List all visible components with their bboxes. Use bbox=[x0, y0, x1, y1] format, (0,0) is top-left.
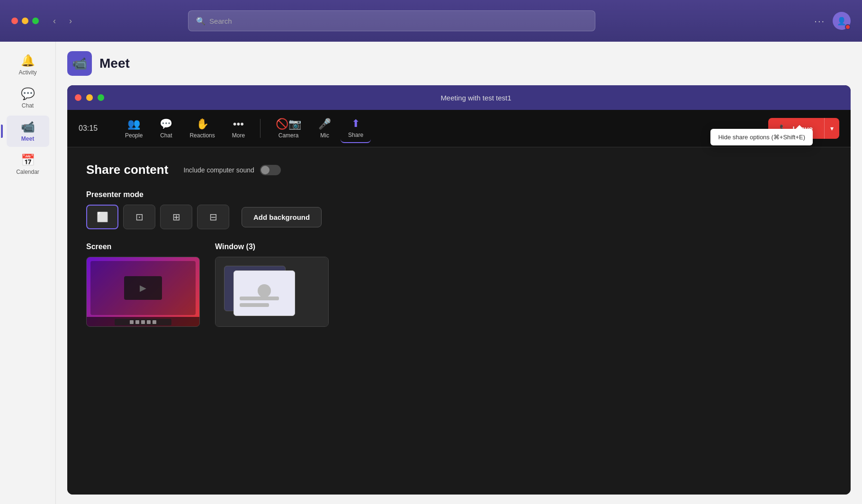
close-button[interactable] bbox=[11, 18, 18, 24]
sidebar-item-activity[interactable]: 🔔 Activity bbox=[7, 49, 49, 81]
side-icon: ⊡ bbox=[135, 211, 144, 223]
reactions-icon: ✋ bbox=[196, 118, 209, 130]
sidebar-item-chat-label: Chat bbox=[22, 102, 34, 109]
nav-forward-button[interactable]: › bbox=[66, 14, 75, 28]
sound-label: Include computer sound bbox=[183, 166, 254, 174]
mic-button[interactable]: 🎤 Mic bbox=[311, 114, 339, 143]
presenter-mode-section: Presenter mode ⬜ ⊡ ⊞ ⊟ bbox=[86, 190, 832, 229]
sidebar-item-meet-label: Meet bbox=[21, 135, 34, 142]
meeting-title: Meeting with test test1 bbox=[109, 94, 843, 102]
screen-only-icon: ⬜ bbox=[97, 211, 108, 223]
chat-icon-ctrl: 💬 bbox=[160, 118, 172, 130]
window-card-line bbox=[240, 297, 279, 300]
controls-left: 👥 People 💬 Chat ✋ Reactions ••• More bbox=[117, 114, 252, 143]
main-content: 📹 Meet Meeting with test test1 03:15 👥 P… bbox=[56, 42, 862, 504]
meet-icon: 📹 bbox=[21, 120, 35, 134]
share-tooltip: Hide share options (⌘+Shift+E) bbox=[710, 129, 813, 145]
controls-right: 🚫📷 Camera 🎤 Mic ⬆ Share bbox=[268, 114, 371, 143]
presenter-mode-label: Presenter mode bbox=[86, 190, 832, 199]
mic-label: Mic bbox=[320, 132, 329, 139]
maximize-button[interactable] bbox=[32, 18, 39, 24]
minimize-button[interactable] bbox=[22, 18, 28, 24]
window-card-front bbox=[233, 270, 295, 316]
camera-button[interactable]: 🚫📷 Camera bbox=[268, 114, 309, 143]
more-icon: ••• bbox=[233, 118, 244, 130]
window-label: Window (3) bbox=[215, 243, 329, 251]
presenter-option-corner[interactable]: ⊟ bbox=[197, 205, 229, 229]
sidebar-item-chat[interactable]: 💬 Chat bbox=[7, 82, 49, 114]
meeting-maximize-button[interactable] bbox=[98, 94, 104, 101]
camera-label: Camera bbox=[278, 132, 299, 139]
screen-preview[interactable]: ▶ bbox=[86, 257, 200, 327]
sound-toggle-row: Include computer sound bbox=[183, 165, 280, 175]
chat-button[interactable]: 💬 Chat bbox=[152, 114, 180, 143]
window-preview[interactable] bbox=[215, 257, 329, 327]
search-input[interactable] bbox=[209, 17, 587, 25]
reactions-button[interactable]: ✋ Reactions bbox=[182, 114, 222, 143]
window-preview-inner bbox=[216, 257, 328, 326]
meet-app-icon: 📹 bbox=[67, 51, 92, 76]
add-background-button[interactable]: Add background bbox=[242, 207, 322, 227]
calendar-icon: 📅 bbox=[21, 153, 35, 167]
camera-icon: 🚫📷 bbox=[276, 118, 301, 130]
chat-label: Chat bbox=[160, 132, 172, 139]
more-options-button[interactable]: ··· bbox=[814, 16, 825, 27]
app-body: 🔔 Activity 💬 Chat 📹 Meet 📅 Calendar 📹 Me… bbox=[0, 42, 862, 504]
taskbar-icon bbox=[153, 320, 156, 324]
meeting-timer: 03:15 bbox=[79, 124, 102, 133]
taskbar-icon bbox=[135, 320, 139, 324]
presenter-option-screen-only[interactable]: ⬜ bbox=[86, 205, 118, 229]
reactions-label: Reactions bbox=[189, 132, 215, 139]
presenter-options: ⬜ ⊡ ⊞ ⊟ Add background bbox=[86, 205, 832, 229]
os-titlebar: ‹ › 🔍 ··· 👤 bbox=[0, 0, 862, 42]
share-content-title: Share content bbox=[86, 162, 168, 177]
sidebar-item-calendar-label: Calendar bbox=[16, 169, 39, 175]
overlay-icon: ⊞ bbox=[172, 211, 180, 223]
people-icon: 👥 bbox=[127, 118, 140, 130]
share-button[interactable]: ⬆ Share bbox=[341, 114, 371, 143]
nav-back-button[interactable]: ‹ bbox=[50, 14, 59, 28]
screen-section: Screen ▶ bbox=[86, 243, 200, 327]
leave-chevron-icon: ▾ bbox=[830, 125, 834, 132]
chat-icon: 💬 bbox=[21, 87, 35, 100]
meeting-close-button[interactable] bbox=[75, 94, 81, 101]
window-card-line bbox=[240, 303, 269, 307]
sidebar-item-meet[interactable]: 📹 Meet bbox=[7, 116, 49, 147]
avatar-badge bbox=[845, 24, 851, 30]
presenter-option-overlay[interactable]: ⊞ bbox=[160, 205, 192, 229]
presenter-option-side[interactable]: ⊡ bbox=[123, 205, 155, 229]
corner-icon: ⊟ bbox=[209, 211, 217, 223]
os-traffic-lights bbox=[11, 18, 39, 24]
activity-icon: 🔔 bbox=[21, 54, 35, 67]
window-section: Window (3) bbox=[215, 243, 329, 327]
people-button[interactable]: 👥 People bbox=[117, 114, 150, 143]
controls-divider bbox=[260, 119, 260, 138]
screen-label: Screen bbox=[86, 243, 200, 251]
page-header: 📹 Meet bbox=[67, 51, 851, 76]
share-row: Screen ▶ bbox=[86, 243, 832, 327]
mic-icon: 🎤 bbox=[318, 118, 331, 130]
sound-toggle[interactable] bbox=[260, 165, 281, 175]
people-label: People bbox=[125, 132, 143, 139]
share-content-area: Share content Include computer sound Pre… bbox=[67, 147, 851, 495]
share-icon: ⬆ bbox=[351, 117, 360, 130]
screen-preview-inner: ▶ bbox=[87, 257, 199, 326]
window-card-avatar bbox=[258, 284, 271, 297]
taskbar-icon bbox=[130, 320, 134, 324]
taskbar-icon bbox=[141, 320, 145, 324]
search-bar[interactable]: 🔍 bbox=[188, 10, 595, 31]
screen-preview-taskbar bbox=[115, 319, 171, 325]
meeting-window: Meeting with test test1 03:15 👥 People 💬… bbox=[67, 85, 851, 495]
sidebar: 🔔 Activity 💬 Chat 📹 Meet 📅 Calendar bbox=[0, 42, 56, 504]
os-right-controls: ··· 👤 bbox=[814, 12, 851, 30]
meeting-minimize-button[interactable] bbox=[86, 94, 93, 101]
avatar[interactable]: 👤 bbox=[833, 12, 851, 30]
sidebar-item-activity-label: Activity bbox=[18, 69, 36, 76]
share-header: Share content Include computer sound bbox=[86, 162, 832, 177]
leave-dropdown-button[interactable]: ▾ bbox=[824, 118, 839, 139]
share-label: Share bbox=[348, 132, 363, 138]
more-button[interactable]: ••• More bbox=[224, 114, 252, 143]
sidebar-item-calendar[interactable]: 📅 Calendar bbox=[7, 149, 49, 180]
more-label: More bbox=[232, 132, 245, 139]
tooltip-text: Hide share options (⌘+Shift+E) bbox=[718, 134, 805, 141]
